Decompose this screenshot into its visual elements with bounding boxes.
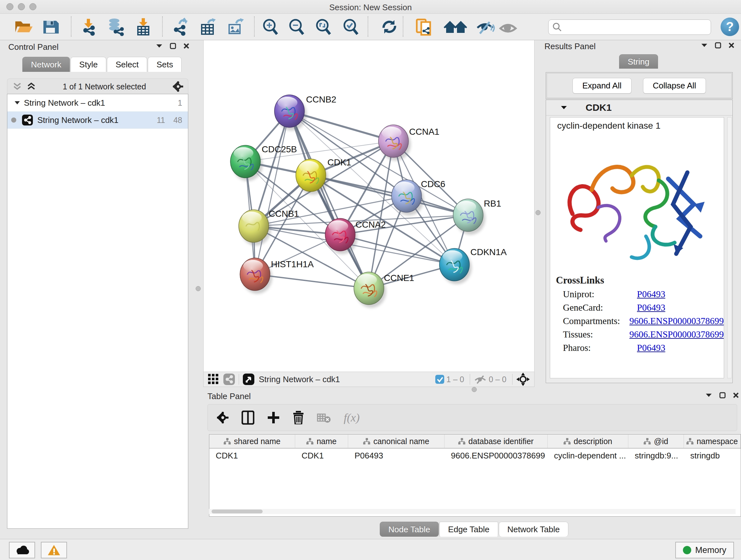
close-panel-icon[interactable] (183, 43, 190, 49)
selected-checkbox-icon[interactable] (435, 374, 445, 384)
node-CDC6[interactable] (392, 180, 421, 212)
edge-HIST1H1A-CCNE1[interactable] (255, 274, 369, 288)
tab-node-table[interactable]: Node Table (380, 522, 439, 537)
table-horizontal-scrollbar[interactable] (209, 509, 736, 514)
table-cell[interactable]: CDK1 (295, 449, 348, 462)
table-cell[interactable]: CDK1 (209, 449, 295, 462)
crosslink-link[interactable]: 9606.ENSP00000378699 (629, 316, 724, 326)
node-table[interactable]: shared namenamecanonical namedatabase id… (209, 434, 741, 516)
add-column-icon[interactable] (267, 411, 280, 424)
table-row[interactable]: CDK1CDK1P064939606.ENSP00000378699cyclin… (209, 449, 741, 462)
column-header-@id[interactable]: @id (628, 435, 684, 448)
node-CDC25B[interactable] (230, 145, 260, 178)
tab-network[interactable]: Network (22, 57, 70, 72)
table-options-gear-icon[interactable] (217, 412, 229, 424)
column-header-shared-name[interactable]: shared name (209, 435, 295, 448)
open-in-window-icon[interactable] (243, 374, 254, 385)
network-options-gear-icon[interactable] (173, 81, 184, 92)
node-HIST1H1A[interactable] (240, 258, 270, 291)
fit-selection-crosshair-icon[interactable] (516, 373, 530, 386)
float-panel-icon[interactable] (715, 42, 721, 49)
close-panel-icon[interactable] (733, 392, 739, 398)
houses-icon[interactable] (442, 17, 463, 37)
node-CCNB1[interactable] (239, 210, 269, 242)
gene-section-header[interactable]: CDK1 (546, 100, 732, 116)
panel-menu-icon[interactable] (701, 43, 708, 48)
network-share-icon[interactable] (223, 374, 235, 385)
zoom-fit-icon[interactable] (313, 17, 334, 37)
results-scrollbar[interactable] (727, 117, 732, 378)
tab-edge-table[interactable]: Edge Table (440, 522, 498, 537)
crosslink-link[interactable]: P06493 (637, 289, 665, 300)
left-splitter-handle[interactable] (196, 286, 201, 291)
export-table-icon[interactable] (197, 17, 218, 37)
show-columns-icon[interactable] (242, 411, 254, 425)
tab-network-table[interactable]: Network Table (499, 522, 568, 537)
node-CDK1[interactable] (296, 159, 326, 192)
tab-string[interactable]: String (619, 54, 658, 69)
column-header-description[interactable]: description (548, 435, 628, 448)
column-header-canonical-name[interactable]: canonical name (348, 435, 445, 448)
network-graph[interactable]: CCNB2CCNA1CDC25BCDK1CDC6RB1CCNB1CCNA2CDK… (204, 40, 534, 372)
float-panel-icon[interactable] (170, 43, 176, 49)
table-cell[interactable]: stringdb (684, 449, 741, 462)
table-cell[interactable]: cyclin-dependent ... (548, 449, 628, 462)
collapse-all-chevron-icon[interactable] (12, 82, 22, 91)
column-header-database-identifier[interactable]: database identifier (445, 435, 548, 448)
table-cell[interactable]: 9606.ENSP00000378699 (445, 449, 548, 462)
delete-column-icon[interactable] (293, 411, 304, 424)
save-session-icon[interactable] (40, 17, 61, 37)
warnings-button[interactable] (41, 542, 67, 558)
expand-all-button[interactable]: Expand All (572, 78, 631, 94)
memory-button[interactable]: Memory (675, 542, 734, 558)
export-image-icon[interactable] (225, 17, 246, 37)
collection-expander-icon[interactable] (14, 101, 20, 105)
crosslink-link[interactable]: 9606.ENSP00000378699 (629, 329, 724, 340)
column-header-name[interactable]: name (295, 435, 348, 448)
zoom-selected-icon[interactable] (341, 17, 362, 37)
open-session-icon[interactable] (13, 17, 34, 37)
panel-menu-icon[interactable] (156, 44, 163, 48)
edge-CCNB2-CCNA1[interactable] (289, 111, 394, 141)
column-header-namespace[interactable]: namespace (684, 435, 741, 448)
import-network-file-icon[interactable] (78, 17, 99, 37)
tab-sets[interactable]: Sets (148, 57, 182, 72)
table-cell[interactable]: P06493 (348, 449, 445, 462)
zoom-in-icon[interactable] (260, 17, 281, 37)
panel-menu-icon[interactable] (705, 393, 712, 397)
float-panel-icon[interactable] (719, 392, 726, 398)
tab-select[interactable]: Select (107, 57, 147, 72)
search-box[interactable] (548, 19, 711, 35)
network-collection-row[interactable]: String Network – cdk1 1 (7, 94, 188, 111)
node-CCNA2[interactable] (325, 219, 355, 251)
zoom-out-icon[interactable] (286, 17, 308, 37)
node-CCNA1[interactable] (379, 125, 408, 158)
node-CDKN1A[interactable] (440, 248, 469, 281)
node-CCNB2[interactable] (274, 95, 305, 127)
refresh-icon[interactable] (379, 17, 400, 37)
help-button[interactable]: ? (721, 17, 739, 36)
duplicate-network-icon[interactable] (414, 17, 434, 37)
import-network-database-icon[interactable] (105, 17, 126, 37)
node-RB1[interactable] (453, 199, 483, 232)
network-row[interactable]: String Network – cdk1 11 48 (7, 111, 188, 129)
crosslink-link[interactable]: P06493 (637, 302, 665, 313)
birdseye-grid-icon[interactable] (208, 374, 219, 385)
tab-style[interactable]: Style (71, 57, 106, 72)
search-input[interactable] (564, 20, 711, 34)
table-cell[interactable]: stringdb:9... (628, 449, 684, 462)
edge-CCNB2-HIST1H1A[interactable] (255, 111, 289, 274)
expand-all-chevron-icon[interactable] (26, 82, 36, 91)
hide-selected-eye-icon[interactable] (475, 17, 496, 37)
import-table-file-icon[interactable] (133, 17, 154, 37)
export-network-icon[interactable] (170, 17, 191, 37)
cloud-status-button[interactable] (9, 542, 35, 558)
network-canvas[interactable]: CCNB2CCNA1CDC25BCDK1CDC6RB1CCNB1CCNA2CDK… (203, 40, 535, 372)
collapse-all-button[interactable]: Collapse All (643, 78, 706, 94)
close-panel-icon[interactable] (728, 42, 735, 49)
scrollbar-thumb[interactable] (212, 509, 263, 513)
crosslink-link[interactable]: P06493 (637, 343, 665, 353)
gene-expander-icon[interactable] (561, 105, 567, 110)
hidden-eye-icon[interactable] (474, 374, 487, 384)
node-CCNE1[interactable] (354, 272, 384, 305)
